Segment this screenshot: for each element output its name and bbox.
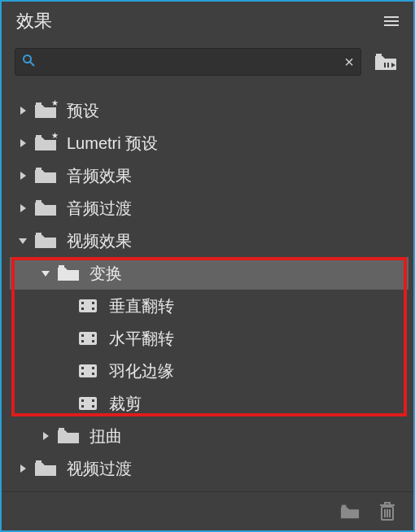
svg-rect-11 [36, 168, 42, 171]
tree-item-video-transitions[interactable]: 视频过渡 [10, 452, 408, 485]
search-input[interactable] [40, 55, 344, 69]
svg-rect-30 [81, 373, 84, 375]
trash-icon[interactable] [378, 503, 397, 521]
tree-item-video-effects[interactable]: 视频效果 [10, 225, 408, 257]
svg-rect-28 [79, 364, 97, 377]
svg-rect-29 [81, 367, 84, 369]
svg-rect-2 [376, 54, 382, 57]
svg-rect-42 [342, 504, 347, 508]
folder-icon [34, 167, 57, 185]
svg-rect-26 [92, 334, 94, 337]
chevron-right-icon[interactable] [16, 137, 29, 150]
folder-icon [57, 264, 80, 282]
effect-icon [76, 297, 99, 315]
clear-search-icon[interactable]: × [344, 53, 354, 72]
tree-item-feather-edges[interactable]: 羽化边缘 [10, 355, 408, 387]
svg-rect-15 [36, 233, 42, 236]
search-icon [22, 54, 35, 71]
effect-icon [76, 362, 99, 380]
effect-icon [76, 329, 99, 347]
chevron-right-icon[interactable] [39, 430, 52, 443]
panel-menu-icon[interactable] [384, 16, 399, 26]
tree-label: 音频效果 [67, 165, 132, 187]
tree-label: 裁剪 [109, 393, 142, 415]
tree-label: 视频效果 [67, 230, 132, 252]
svg-rect-7 [36, 102, 42, 106]
svg-rect-37 [92, 405, 94, 408]
tree-item-audio-effects[interactable]: 音频效果 [10, 159, 408, 192]
svg-rect-39 [59, 428, 64, 431]
folder-icon: ★ [34, 134, 57, 152]
folder-icon: ★ [34, 102, 57, 120]
new-bin-button[interactable] [371, 50, 400, 74]
folder-icon [34, 199, 57, 217]
svg-marker-38 [43, 432, 49, 440]
svg-marker-6 [20, 107, 26, 115]
tree-item-audio-transitions[interactable]: 音频过渡 [10, 192, 408, 225]
effect-icon [76, 395, 99, 412]
chevron-right-icon[interactable] [16, 104, 29, 117]
tree-label: 水平翻转 [109, 328, 174, 350]
svg-marker-16 [42, 271, 50, 277]
tree-item-crop[interactable]: 裁剪 [10, 387, 408, 420]
chevron-right-icon[interactable] [16, 462, 29, 475]
svg-rect-21 [92, 302, 94, 304]
svg-marker-8 [20, 139, 26, 147]
tree-label: Lumetri 预设 [67, 133, 158, 155]
svg-rect-19 [81, 302, 84, 304]
tree-label: 垂直翻转 [109, 295, 174, 317]
star-icon: ★ [51, 131, 59, 140]
tree-item-vertical-flip[interactable]: 垂直翻转 [10, 290, 408, 322]
tree-label: 扭曲 [90, 425, 122, 447]
folder-icon [34, 460, 57, 477]
folder-icon [34, 232, 57, 250]
svg-rect-27 [92, 340, 94, 342]
svg-rect-25 [81, 340, 84, 342]
svg-line-1 [30, 62, 34, 66]
chevron-down-icon[interactable] [16, 234, 29, 247]
svg-rect-17 [59, 265, 64, 268]
svg-marker-10 [20, 172, 26, 180]
svg-rect-45 [385, 503, 390, 505]
chevron-right-icon[interactable] [16, 202, 29, 215]
search-box[interactable]: × [15, 48, 361, 76]
svg-rect-41 [36, 460, 42, 464]
svg-rect-13 [36, 200, 42, 203]
tree-label: 羽化边缘 [109, 360, 174, 382]
tree-label: 变换 [90, 263, 122, 285]
svg-rect-36 [92, 399, 94, 402]
chevron-down-icon[interactable] [39, 267, 52, 280]
svg-rect-24 [81, 334, 84, 337]
tree-item-distort[interactable]: 扭曲 [10, 420, 408, 452]
svg-rect-9 [36, 135, 42, 138]
svg-marker-12 [20, 204, 26, 212]
tree-item-presets[interactable]: ★ 预设 [10, 94, 408, 127]
svg-marker-14 [19, 238, 27, 244]
svg-rect-35 [81, 405, 84, 408]
svg-rect-20 [81, 307, 84, 310]
tree-label: 音频过渡 [67, 198, 132, 220]
tree-item-horizontal-flip[interactable]: 水平翻转 [10, 322, 408, 355]
tree-label: 预设 [67, 100, 99, 122]
svg-rect-33 [79, 397, 97, 410]
effects-tree: ★ 预设 ★ Lumetri 预设 音频效果 音频过渡 [2, 94, 413, 485]
svg-rect-22 [92, 307, 94, 310]
tree-label: 视频过渡 [67, 458, 132, 480]
svg-marker-40 [20, 464, 26, 473]
svg-rect-31 [92, 367, 94, 369]
new-folder-icon[interactable] [340, 503, 360, 521]
star-icon: ★ [51, 98, 59, 107]
folder-icon [57, 427, 80, 445]
svg-rect-34 [81, 399, 84, 402]
svg-point-0 [24, 55, 31, 63]
svg-rect-32 [92, 373, 94, 375]
tree-item-transform[interactable]: 变换 [10, 257, 408, 290]
svg-rect-23 [79, 332, 97, 345]
panel-title: 效果 [16, 9, 52, 33]
svg-rect-18 [79, 299, 97, 312]
chevron-right-icon[interactable] [16, 169, 29, 182]
tree-item-lumetri[interactable]: ★ Lumetri 预设 [10, 127, 408, 159]
